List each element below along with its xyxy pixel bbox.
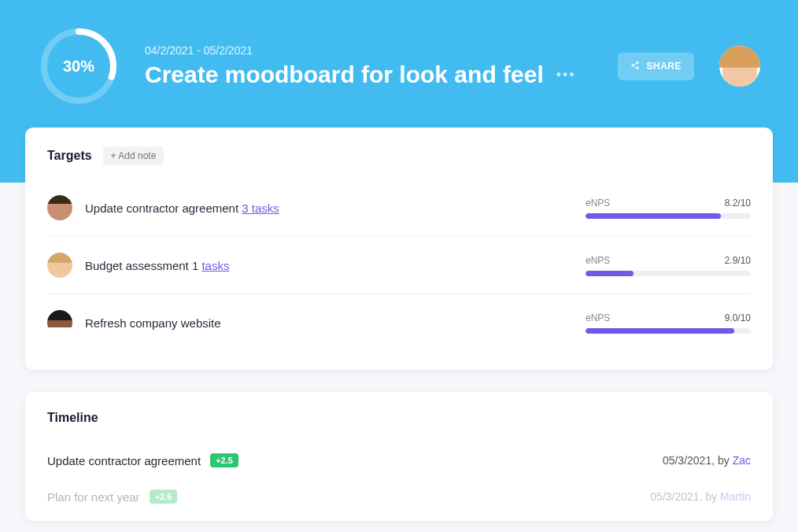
metric-label: eNPS [586,198,610,209]
share-icon [630,61,640,72]
avatar [47,310,72,335]
target-row[interactable]: Update contractor agreement 3 tasks eNPS… [47,179,751,237]
svg-point-2 [637,61,639,64]
date-range: 04/2/2021 - 05/2/2021 [145,44,593,57]
timeline-item-title: Update contractor agreement [47,454,201,467]
progress-bar [586,213,751,219]
metric-value: 2.9/10 [725,255,751,266]
status-badge: +2.5 [210,453,238,467]
more-icon[interactable]: ••• [556,67,576,83]
tasks-link[interactable]: tasks [201,259,229,272]
target-row[interactable]: Budget assessment 1 tasks eNPS 2.9/10 [47,237,751,294]
timeline-title: Timeline [47,411,751,425]
metric-value: 9.0/10 [725,312,751,323]
avatar [47,195,72,220]
progress-bar [586,328,751,334]
page-title: Create moodboard for look and feel [145,61,544,88]
metric-block: eNPS 2.9/10 [586,255,751,276]
share-button[interactable]: SHARE [618,53,694,80]
share-label: SHARE [646,61,682,72]
progress-bar [586,271,751,276]
header-main: 04/2/2021 - 05/2/2021 Create moodboard f… [145,44,593,88]
progress-circle: 30% [38,25,120,107]
targets-card: Targets + Add note Update contractor agr… [25,127,773,370]
metric-block: eNPS 8.2/10 [586,198,751,219]
svg-point-4 [637,67,639,69]
metric-label: eNPS [586,255,610,266]
timeline-item-title: Plan for next year [47,490,140,504]
target-row[interactable]: Refresh company website eNPS 9.0/10 [47,294,751,351]
timeline-meta: 05/3/2021, by Martin [650,490,751,503]
target-title: Update contractor agreement 3 tasks [85,201,586,215]
metric-block: eNPS 9.0/10 [586,312,751,334]
metric-label: eNPS [586,312,610,323]
avatar[interactable] [719,46,760,87]
author-link[interactable]: Martin [720,490,751,503]
timeline-card: Timeline Update contractor agreement +2.… [25,392,773,521]
timeline-row[interactable]: Update contractor agreement +2.5 05/3/20… [47,442,751,478]
progress-percent: 30% [63,57,94,76]
metric-value: 8.2/10 [725,198,751,209]
timeline-meta: 05/3/2021, by Zac [663,454,751,467]
tasks-link[interactable]: 3 tasks [242,201,279,215]
targets-title: Targets [47,149,92,163]
svg-point-3 [632,64,634,66]
target-title: Refresh company website [85,316,586,330]
avatar [47,253,72,278]
target-title: Budget assessment 1 tasks [85,259,586,272]
add-note-button[interactable]: + Add note [103,146,164,165]
timeline-row[interactable]: Plan for next year +2.6 05/3/2021, by Ma… [47,478,751,515]
author-link[interactable]: Zac [733,454,751,467]
status-badge: +2.6 [150,490,178,504]
